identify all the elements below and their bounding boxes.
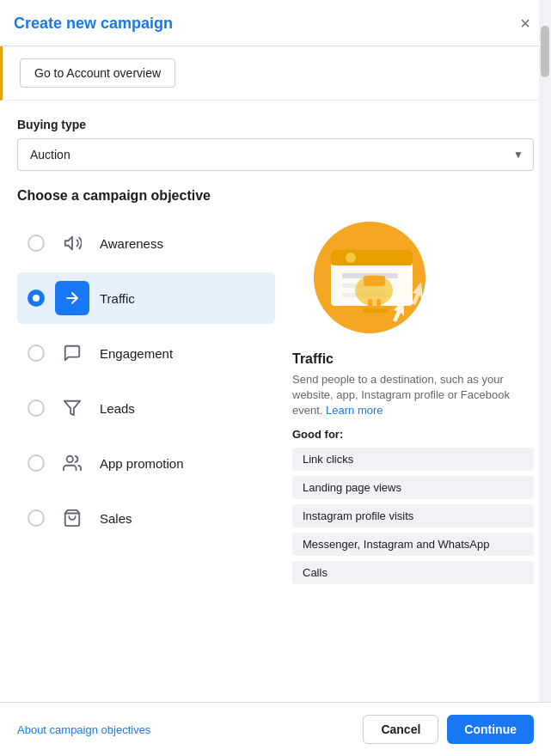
sales-icon-box — [55, 501, 89, 535]
radio-engagement — [28, 344, 45, 362]
leads-icon — [63, 399, 82, 418]
buying-type-select-wrapper: Auction ▼ — [17, 138, 534, 171]
about-campaign-objectives-link[interactable]: About campaign objectives — [17, 723, 150, 736]
account-overview-button[interactable]: Go to Account overview — [20, 58, 175, 88]
svg-rect-11 — [364, 276, 385, 286]
buying-type-select[interactable]: Auction — [17, 138, 534, 171]
app-promotion-icon-box — [55, 446, 89, 480]
sales-label: Sales — [100, 511, 132, 526]
objective-item-traffic[interactable]: Traffic — [17, 272, 275, 324]
tag-instagram-profile-visits: Instagram profile visits — [292, 504, 534, 527]
footer-actions: Cancel Continue — [363, 715, 534, 744]
traffic-svg — [292, 217, 447, 338]
content-area: Buying type Auction ▼ Choose a campaign … — [0, 101, 551, 653]
modal-body: Go to Account overview Buying type Aucti… — [0, 46, 551, 756]
objective-item-engagement[interactable]: Engagement — [17, 327, 275, 379]
modal-title: Create new campaign — [14, 15, 173, 33]
awareness-label: Awareness — [100, 236, 163, 251]
good-for-label: Good for: — [292, 428, 534, 441]
svg-rect-5 — [331, 250, 413, 265]
objectives-list: Awareness Traffic — [17, 217, 275, 544]
modal-container: Create new campaign × Go to Account over… — [0, 0, 551, 756]
radio-dot-traffic — [33, 295, 40, 302]
objective-item-app-promotion[interactable]: App promotion — [17, 437, 275, 489]
awareness-icon — [63, 234, 82, 253]
svg-rect-14 — [363, 308, 389, 313]
engagement-icon — [63, 344, 82, 363]
traffic-illustration — [292, 217, 447, 338]
app-promotion-icon — [63, 454, 82, 472]
objective-item-sales[interactable]: Sales — [17, 492, 275, 544]
svg-point-6 — [346, 253, 356, 263]
tag-calls: Calls — [292, 561, 534, 584]
tag-link-clicks: Link clicks — [292, 448, 534, 471]
sales-icon — [63, 509, 82, 527]
leads-label: Leads — [100, 401, 135, 416]
app-promotion-label: App promotion — [100, 456, 184, 471]
awareness-icon-box — [55, 226, 89, 260]
close-button[interactable]: × — [513, 10, 537, 37]
tags-list: Link clicks Landing page views Instagram… — [292, 448, 534, 584]
detail-title: Traffic — [292, 351, 534, 367]
scrollbar[interactable] — [539, 0, 551, 756]
account-overview-bar: Go to Account overview — [0, 46, 551, 101]
campaign-objective-heading: Choose a campaign objective — [17, 188, 534, 204]
tag-landing-page-views: Landing page views — [292, 476, 534, 499]
modal-header: Create new campaign × — [0, 0, 551, 46]
scrollbar-thumb — [541, 26, 549, 77]
objective-item-leads[interactable]: Leads — [17, 382, 275, 434]
radio-awareness — [28, 235, 45, 252]
tag-messenger-instagram-whatsapp: Messenger, Instagram and WhatsApp — [292, 533, 534, 556]
radio-app-promotion — [28, 454, 45, 472]
engagement-label: Engagement — [100, 346, 173, 361]
objective-item-awareness[interactable]: Awareness — [17, 217, 275, 269]
buying-type-label: Buying type — [17, 118, 534, 131]
learn-more-link[interactable]: Learn more — [326, 404, 383, 417]
svg-point-1 — [67, 456, 73, 462]
detail-description: Send people to a destination, such as yo… — [292, 372, 534, 419]
engagement-icon-box — [55, 336, 89, 370]
objectives-layout: Awareness Traffic — [17, 217, 534, 584]
leads-icon-box — [55, 391, 89, 425]
continue-button[interactable]: Continue — [447, 715, 534, 744]
cancel-button[interactable]: Cancel — [363, 715, 438, 744]
svg-marker-0 — [64, 401, 80, 416]
radio-traffic — [28, 290, 45, 307]
modal-footer: About campaign objectives Cancel Continu… — [0, 702, 551, 756]
objective-detail-panel: Traffic Send people to a destination, su… — [292, 217, 534, 584]
buying-type-section: Buying type Auction ▼ — [17, 118, 534, 171]
radio-leads — [28, 399, 45, 417]
traffic-icon — [64, 290, 81, 307]
radio-sales — [28, 509, 45, 527]
traffic-icon-box — [55, 281, 89, 315]
traffic-label: Traffic — [100, 291, 135, 306]
